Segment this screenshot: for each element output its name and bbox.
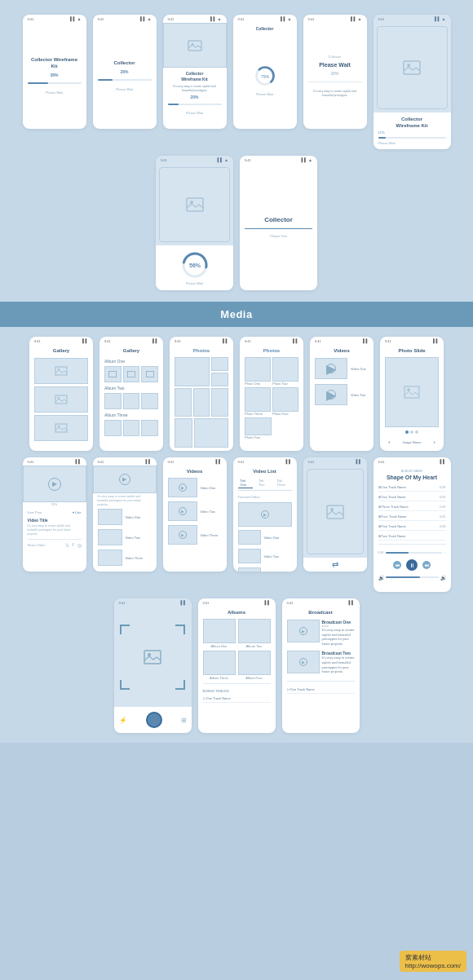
- like-btn[interactable]: ♥ Like: [73, 510, 82, 514]
- phone-gallery-1: 9:41▌▌ Gallery: [29, 337, 93, 451]
- play-button[interactable]: ▶: [48, 478, 61, 491]
- camera-controls: ⚡ ⊞: [114, 707, 192, 733]
- time-5: 9:41: [308, 17, 315, 21]
- vt-item-3: Video Three: [98, 550, 152, 566]
- prev-btn[interactable]: ⏮: [393, 561, 401, 569]
- albums-title: Albums: [203, 610, 271, 615]
- social-icons: 𝕏 f ◎: [65, 542, 82, 548]
- subtitle-5: It's very easy to create stylish and bea…: [308, 90, 362, 98]
- phone-photos-2: 9:41▌▌ Photos Photo One Photo Two Photo …: [240, 337, 303, 451]
- status-bar-5: 9:41 ▌▌ ▲: [303, 15, 367, 23]
- twitter-icon[interactable]: 𝕏: [65, 542, 69, 548]
- svg-rect-7: [187, 198, 203, 211]
- collector-label-5: Collector: [329, 55, 342, 59]
- track-2: ⊞ Two Track Name0:50: [378, 493, 446, 501]
- status-time: 9:41: [28, 17, 34, 21]
- sb-g1: 9:41▌▌: [29, 337, 93, 345]
- sb-bc: 9:41▌▌: [282, 598, 360, 607]
- phone-albums: 9:41▌▌ Albums Album One Album Two Album …: [198, 598, 276, 733]
- sb-vt: 9:41▌▌: [93, 457, 157, 466]
- share-row: Share Video 𝕏 f ◎: [28, 542, 82, 548]
- svg-rect-25: [144, 651, 161, 664]
- album-two: Album Two: [104, 386, 125, 391]
- collector-title-8: Collector: [245, 216, 312, 228]
- please-wait-2: Please Wait: [116, 87, 133, 91]
- v2-item-3: ▶ Video Three: [168, 525, 222, 545]
- sb-p1: 9:41▌▌: [170, 337, 233, 345]
- video-item-1: ▶ Video One: [315, 358, 369, 379]
- vt-label-2: Video Two: [126, 536, 141, 540]
- circular-7: 56%: [180, 250, 210, 280]
- pause-btn[interactable]: ⏸: [406, 559, 418, 571]
- next-btn[interactable]: ⏭: [422, 561, 431, 569]
- album-name-label: ALBUM NAME: [378, 469, 446, 473]
- media-label: Media: [0, 302, 473, 327]
- vl-tabs: Tab One Tab Two Tab Three: [238, 478, 292, 491]
- broadcast-item-2: ▶ Broadcast Two It's very easy to create…: [287, 651, 355, 673]
- pw-6: Please Wait: [378, 141, 446, 145]
- track-3: ⊞ Three Track Name2:40: [378, 503, 446, 511]
- phone-video-list: 9:41▌▌ Video List Tab One Tab Two Tab Th…: [233, 457, 297, 572]
- phone-gallery-2: 9:41▌▌ Gallery Album One Album Two Album…: [99, 337, 163, 451]
- svg-rect-18: [109, 372, 117, 377]
- music-image: [307, 469, 364, 554]
- percent-1: 38%: [50, 73, 58, 77]
- v2-label-2: Video Two: [201, 510, 216, 514]
- please-wait-3: Please Wait: [186, 111, 203, 115]
- status-bar-6: 9:41 ▌▌ ▲: [374, 15, 451, 23]
- tab-three[interactable]: Tab Three: [275, 478, 292, 488]
- shuffle-icon[interactable]: ⇄: [332, 560, 338, 569]
- tab-two[interactable]: Tab Two: [256, 478, 271, 488]
- status-icons: ▌▌ ▲: [70, 16, 81, 21]
- next-arrow[interactable]: ›: [433, 439, 435, 446]
- photo-row3: [175, 418, 228, 448]
- bonus-tracks-label: BONUS TRACKS: [203, 689, 271, 693]
- phone-splash-8: 9:41 ▌▌ ▲ Collector Please Text: [240, 156, 317, 290]
- phone-photos-1: 9:41▌▌ Photos: [170, 337, 233, 451]
- tab-one[interactable]: Tab One: [238, 478, 254, 488]
- circular-wrap-7: 56% Please Wait: [156, 245, 233, 290]
- video-progress-label: 25%: [23, 503, 86, 506]
- phone-music-plain: 9:41▌▌ ⇄: [303, 457, 367, 572]
- slide-image: [385, 357, 439, 427]
- video-label-2: Video Two: [351, 393, 366, 397]
- status-bar-8: 9:41 ▌▌ ▲: [240, 156, 317, 164]
- fb-icon[interactable]: f: [73, 542, 74, 547]
- circular-progress-4: 75%: [254, 64, 276, 87]
- icons-3: ▌▌ ▲: [210, 16, 221, 21]
- bc-text-2: It's very easy to create stylish and bea…: [322, 656, 355, 673]
- svg-point-22: [407, 388, 410, 391]
- flash-icon[interactable]: ⚡: [119, 717, 127, 724]
- video-title-text: Video Title: [28, 518, 82, 523]
- sb-vl: 9:41▌▌: [233, 457, 297, 466]
- ig-icon[interactable]: ◎: [77, 542, 82, 548]
- watermark-url: http://wowops.com/: [405, 962, 461, 969]
- time-3: 9:41: [168, 17, 175, 21]
- vl-item-2: Video Two: [238, 549, 292, 563]
- sb-cam: 9:41▌▌: [114, 598, 192, 607]
- album-three-thumbs: [104, 420, 158, 436]
- albums-grid: Album One Album Two Album Three Album Fo…: [203, 619, 271, 680]
- slide-dots: [385, 430, 439, 434]
- please-wait-title-5: Please Wait: [319, 61, 351, 68]
- grid-icon[interactable]: ⊞: [181, 717, 187, 724]
- sb-vd: 9:41▌▌: [23, 457, 86, 466]
- nav-arrows: ‹ Image Name ›: [385, 437, 439, 448]
- splash-text-6: CollectorWireframe Kit 11% Please Wait: [374, 113, 451, 149]
- app-title-1: Collector Wireframe Kit: [28, 57, 82, 70]
- please-wait-4: Please Wait: [256, 92, 273, 96]
- svg-rect-16: [55, 424, 67, 432]
- phone-videos-2: 9:41▌▌ Videos ▶ Video One ▶ Video Two ▶ …: [163, 457, 227, 572]
- bonus-track-1: ▷ One Track Name: [203, 695, 271, 703]
- prev-arrow[interactable]: ‹: [388, 439, 391, 446]
- play-btn-main[interactable]: ▶: [119, 474, 130, 485]
- video-item-2: ▶ Video Two: [315, 384, 369, 405]
- song-title: Shape Of My Heart: [378, 475, 446, 480]
- svg-rect-21: [404, 386, 419, 398]
- phone-splash-4: 9:41 ▌▌ ▲ Collector 75% Please Wait: [233, 15, 297, 129]
- broadcast-item-1: ▶ Broadcast One ● live It's very easy to…: [287, 620, 355, 646]
- progress-bar-2: [98, 79, 152, 81]
- v2-item-2: ▶ Video Two: [168, 501, 222, 521]
- app-title-6: CollectorWireframe Kit: [378, 117, 446, 130]
- shutter-btn[interactable]: [146, 712, 162, 728]
